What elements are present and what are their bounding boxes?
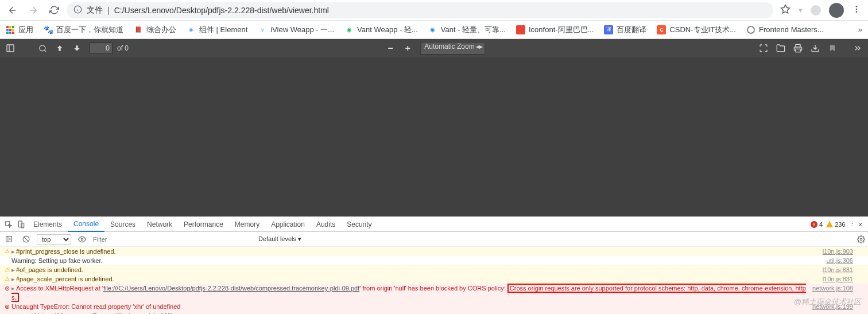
console-source-link[interactable]: network.js:108 xyxy=(812,284,855,302)
svg-rect-9 xyxy=(12,26,14,28)
bookmark-item[interactable]: CCSDN-专业IT技术... xyxy=(657,25,736,35)
console-log-row[interactable]: ▸Access to XMLHttpRequest at 'file:///C:… xyxy=(0,284,868,302)
devtools-close-icon[interactable]: × xyxy=(859,221,862,228)
back-button[interactable] xyxy=(5,2,21,18)
next-page-button[interactable] xyxy=(69,40,85,56)
bookmark-label: Vant Weapp - 轻... xyxy=(357,25,418,35)
svg-point-6 xyxy=(856,11,858,13)
previous-page-button[interactable] xyxy=(52,40,68,56)
profile-avatar[interactable] xyxy=(829,3,844,18)
svg-rect-12 xyxy=(12,29,14,31)
error-count-badge[interactable]: ×4 xyxy=(811,221,823,228)
reload-button[interactable] xyxy=(46,2,62,18)
svg-point-18 xyxy=(39,45,45,51)
devtools-tab-sources[interactable]: Sources xyxy=(104,217,141,232)
bookmark-item[interactable]: ◈组件 | Element xyxy=(187,25,247,35)
devtools-tab-console[interactable]: Console xyxy=(68,217,104,232)
device-toggle-icon[interactable] xyxy=(15,218,28,231)
bookmark-favicon xyxy=(516,25,525,34)
download-button[interactable] xyxy=(807,40,823,56)
bookmark-item[interactable]: ▿iView Weapp - 一... xyxy=(258,25,334,35)
svg-rect-11 xyxy=(9,29,11,31)
console-settings-icon[interactable] xyxy=(855,233,867,246)
page-number-input[interactable] xyxy=(90,42,113,54)
svg-rect-15 xyxy=(12,32,14,34)
bookmark-item[interactable]: Frontend Masters... xyxy=(746,25,824,34)
svg-marker-3 xyxy=(781,5,790,13)
extension-icon-2[interactable] xyxy=(811,5,821,15)
address-type-label: 文件 xyxy=(87,5,103,15)
console-source-link[interactable]: network.js:199 xyxy=(812,302,855,311)
extension-icon-1[interactable]: ▾ xyxy=(799,6,803,14)
console-log-row[interactable]: ▸#of_pages is undefined.l10n.js:831 xyxy=(0,265,868,274)
devtools-tab-elements[interactable]: Elements xyxy=(28,217,68,232)
forward-button[interactable] xyxy=(25,2,41,18)
log-levels-select[interactable]: Default levels ▾ xyxy=(258,235,301,243)
devtools-tab-memory[interactable]: Memory xyxy=(229,217,265,232)
svg-rect-23 xyxy=(796,49,800,52)
svg-point-5 xyxy=(856,9,858,10)
bookmark-favicon: ▿ xyxy=(258,25,267,34)
console-source-link[interactable]: l10n.js:831 xyxy=(823,274,855,284)
svg-rect-16 xyxy=(7,45,14,52)
zoom-select-label: Automatic Zoom xyxy=(424,42,474,51)
tools-button[interactable] xyxy=(850,40,866,56)
console-log-row[interactable]: Uncaught TypeError: Cannot read property… xyxy=(0,302,868,311)
svg-line-19 xyxy=(44,50,46,52)
bookmark-label: 综合办公 xyxy=(146,25,176,35)
browser-menu-icon[interactable] xyxy=(852,5,861,15)
presentation-mode-button[interactable] xyxy=(755,40,772,56)
bookmark-label: 百度翻译 xyxy=(617,25,646,35)
bookmarks-overflow-icon[interactable]: » xyxy=(858,25,862,34)
devtools-menu-icon[interactable]: ⋮ xyxy=(849,220,855,228)
zoom-in-button[interactable] xyxy=(400,40,416,56)
bookmark-item[interactable]: 🐾百度一下，你就知道 xyxy=(44,25,123,35)
console-log-row[interactable]: ▸#print_progress_close is undefined.l10n… xyxy=(0,247,868,256)
zoom-select[interactable]: Automatic Zoom◂▸ xyxy=(420,42,485,55)
warning-count-badge[interactable]: 236 xyxy=(826,221,845,228)
devtools-tab-network[interactable]: Network xyxy=(141,217,178,232)
console-source-link[interactable]: util.js:306 xyxy=(827,256,855,265)
console-source-link[interactable]: l10n.js:903 xyxy=(823,247,855,256)
print-button[interactable] xyxy=(790,40,806,56)
address-bar[interactable]: 文件 | C:/Users/Lenovo/Desktop/pdfjs-2.2.2… xyxy=(67,2,773,18)
devtools-tab-audits[interactable]: Audits xyxy=(311,217,341,232)
console-sidebar-toggle[interactable] xyxy=(2,233,15,246)
bookmark-favicon: C xyxy=(657,25,666,34)
bookmark-item[interactable]: ◉Vant - 轻量、可靠... xyxy=(428,25,506,35)
svg-point-4 xyxy=(856,6,858,7)
devtools-tabs: ElementsConsoleSourcesNetworkPerformance… xyxy=(0,217,868,232)
console-file-link[interactable]: file:///C:/Users/Lenovo/Desktop/pdfjs-2.… xyxy=(103,285,359,292)
bookmark-item[interactable]: 应用 xyxy=(6,25,33,35)
console-output[interactable]: ▸#print_progress_close is undefined.l10n… xyxy=(0,247,868,314)
devtools-tab-application[interactable]: Application xyxy=(265,217,311,232)
console-source-link[interactable]: l10n.js:831 xyxy=(823,265,855,274)
bookmark-star-icon[interactable] xyxy=(780,4,790,16)
console-log-row[interactable]: Warning: Setting up fake worker.util.js:… xyxy=(0,256,868,265)
filter-input[interactable] xyxy=(93,236,254,243)
bookmark-favicon: 📕 xyxy=(134,25,143,34)
console-log-row[interactable]: ▸#page_scale_percent is undefined.l10n.j… xyxy=(0,274,868,284)
context-select[interactable]: top xyxy=(37,234,71,245)
clear-console-icon[interactable] xyxy=(20,233,32,246)
bookmark-favicon xyxy=(746,25,755,34)
pdf-viewer-content[interactable] xyxy=(0,57,868,216)
svg-rect-7 xyxy=(6,26,9,28)
svg-point-32 xyxy=(860,238,862,241)
bookmark-button[interactable] xyxy=(824,40,840,56)
inspect-element-icon[interactable] xyxy=(2,218,15,231)
live-expression-icon[interactable] xyxy=(76,233,88,246)
sidebar-toggle-button[interactable] xyxy=(2,40,18,56)
bookmark-item[interactable]: ◉Vant Weapp - 轻... xyxy=(344,25,418,35)
bookmark-item[interactable]: 译百度翻译 xyxy=(604,25,646,35)
bookmarks-bar: 应用🐾百度一下，你就知道📕综合办公◈组件 | Element▿iView Wea… xyxy=(0,21,868,39)
zoom-out-button[interactable] xyxy=(382,40,398,56)
bookmark-item[interactable]: Iconfont-阿里巴巴... xyxy=(516,25,594,35)
info-icon xyxy=(73,5,82,15)
bookmark-item[interactable]: 📕综合办公 xyxy=(134,25,176,35)
devtools-tab-performance[interactable]: Performance xyxy=(178,217,229,232)
devtools-tab-security[interactable]: Security xyxy=(341,217,377,232)
bookmark-label: Frontend Masters... xyxy=(759,25,824,34)
open-file-button[interactable] xyxy=(773,40,789,56)
search-button[interactable] xyxy=(34,40,51,56)
